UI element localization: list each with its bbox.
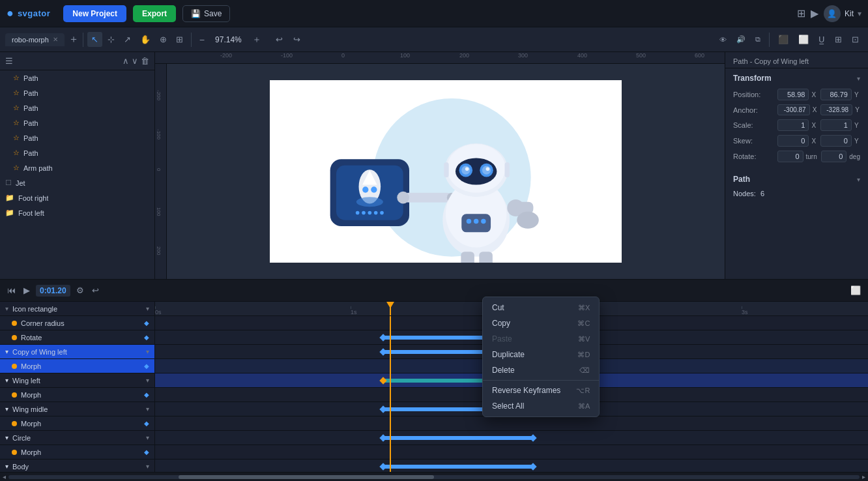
user-menu[interactable]: 👤 Kit ▾ bbox=[824, 5, 861, 22]
track-morph-1[interactable]: Morph ◆ bbox=[0, 359, 154, 373]
tab-close-icon[interactable]: ✕ bbox=[53, 36, 58, 43]
layer-path-3[interactable]: ☆ Path bbox=[0, 100, 154, 115]
node-tool[interactable]: ⊹ bbox=[104, 32, 119, 47]
tick-3s: 3s bbox=[742, 309, 748, 315]
diamond-rotate[interactable]: ◆ bbox=[144, 334, 149, 341]
sound-icon[interactable]: 🔊 bbox=[732, 33, 749, 46]
track-corner-radius[interactable]: Corner radius ◆ bbox=[0, 316, 154, 330]
ctx-select-all[interactable]: Select All ⌘A bbox=[483, 398, 599, 414]
panel-header: ☰ ∧ ∨ 🗑 bbox=[0, 52, 154, 70]
transform-icon[interactable]: ⊡ bbox=[848, 32, 863, 47]
tab-robo-morph[interactable]: robo-morph ✕ bbox=[5, 33, 65, 46]
new-project-button[interactable]: New Project bbox=[63, 5, 126, 22]
play-icon[interactable]: ▶ bbox=[811, 7, 818, 20]
rotate-deg-val[interactable]: 0 bbox=[821, 151, 847, 162]
svg-point-11 bbox=[374, 211, 378, 215]
track-morph-4[interactable]: Morph ◆ bbox=[0, 445, 154, 459]
align-center-icon[interactable]: ⬜ bbox=[794, 32, 813, 47]
transform-arrow-icon: ▾ bbox=[857, 75, 860, 82]
scroll-left-button[interactable]: ◂ bbox=[3, 473, 6, 480]
timeline-tracks: ▾ Icon rectangle ▾ Corner radius ◆ Rotat… bbox=[0, 302, 868, 472]
eye-icon[interactable]: 👁 bbox=[716, 33, 731, 46]
h-scrollbar: ◂ ▸ bbox=[0, 472, 868, 481]
layer-path-4[interactable]: ☆ Path bbox=[0, 115, 154, 130]
diamond-morph-1[interactable]: ◆ bbox=[144, 362, 149, 370]
diamond-morph-3[interactable]: ◆ bbox=[144, 420, 149, 427]
scroll-right-button[interactable]: ▸ bbox=[862, 473, 865, 480]
canvas-content[interactable] bbox=[167, 64, 725, 279]
layer-path-1[interactable]: ☆ Path bbox=[0, 70, 154, 85]
track-label-morph-4: Morph bbox=[21, 448, 41, 456]
timeline-render-button[interactable]: ⬜ bbox=[848, 284, 863, 297]
redo-button[interactable]: ↪ bbox=[289, 32, 304, 47]
scale-y-value[interactable]: 1 bbox=[820, 119, 852, 131]
track-morph-3[interactable]: Morph ◆ bbox=[0, 416, 154, 431]
hand-tool[interactable]: ✋ bbox=[136, 32, 154, 47]
position-x-value[interactable]: 58.98 bbox=[777, 89, 809, 100]
track-wing-middle[interactable]: ▾ Wing midle ▾ bbox=[0, 402, 154, 416]
direct-select-tool[interactable]: ↗ bbox=[120, 32, 135, 47]
ctx-reverse-keyframes[interactable]: Reverse Keyframes ⌥R bbox=[483, 383, 599, 398]
anchor-x-value[interactable]: -300.87 bbox=[777, 104, 810, 115]
track-label-wing-middle: Wing midle bbox=[12, 405, 48, 413]
layer-foot-right[interactable]: 📁 Foot right bbox=[0, 190, 154, 205]
track-morph-2[interactable]: Morph ◆ bbox=[0, 388, 154, 402]
track-rotate[interactable]: Rotate ◆ bbox=[0, 330, 154, 345]
align-left-icon[interactable]: ⬛ bbox=[774, 32, 792, 47]
skew-x-value[interactable]: 0 bbox=[777, 135, 809, 147]
scroll-thumb[interactable] bbox=[179, 475, 434, 479]
ctx-cut[interactable]: Cut ⌘X bbox=[483, 300, 599, 315]
panel-collapse-icon[interactable]: ∧ bbox=[123, 56, 129, 66]
skew-y-value[interactable]: 0 bbox=[820, 135, 852, 147]
scroll-track[interactable] bbox=[8, 475, 860, 479]
undo-button[interactable]: ↩ bbox=[272, 32, 287, 47]
track-circle[interactable]: ▾ Circle ▾ bbox=[0, 431, 154, 445]
scale-x-value[interactable]: 1 bbox=[777, 119, 809, 131]
add-tab-button[interactable]: ＋ bbox=[68, 33, 79, 46]
grid-view-icon[interactable]: ⊞ bbox=[831, 32, 846, 47]
layer-arm-path[interactable]: ☆ Arm path bbox=[0, 160, 154, 175]
time-display[interactable]: 0:01.20 bbox=[36, 285, 70, 297]
rotate-val[interactable]: 0 bbox=[777, 151, 803, 162]
zoom-tool[interactable]: ⊕ bbox=[156, 32, 171, 47]
zoom-in-button[interactable]: ＋ bbox=[248, 33, 265, 47]
path-section-header[interactable]: Path ▾ bbox=[725, 169, 868, 188]
track-copy-wing-left[interactable]: ▾ Copy of Wing left ▾ bbox=[0, 345, 154, 359]
track-body[interactable]: ▾ Body ▾ bbox=[0, 459, 154, 472]
zoom-out-button[interactable]: − bbox=[195, 33, 209, 46]
panel-expand-icon[interactable]: ∨ bbox=[132, 56, 138, 66]
underline-icon[interactable]: U̲ bbox=[815, 32, 829, 47]
layer-path-5[interactable]: ☆ Path bbox=[0, 130, 154, 145]
grid-icon[interactable]: ⊞ bbox=[797, 7, 805, 20]
main-area: ☰ ∧ ∨ 🗑 ☆ Path ☆ Path ☆ Path ☆ Path ☆ Pa… bbox=[0, 52, 868, 279]
scale-y-axis: Y bbox=[854, 122, 860, 129]
panel-menu-icon[interactable]: ☰ bbox=[5, 56, 13, 66]
layer-path-6[interactable]: ☆ Path bbox=[0, 145, 154, 160]
ctx-copy[interactable]: Copy ⌘C bbox=[483, 315, 599, 331]
diamond-corner-radius[interactable]: ◆ bbox=[144, 319, 149, 327]
panel-delete-icon[interactable]: 🗑 bbox=[141, 56, 149, 66]
ctx-duplicate[interactable]: Duplicate ⌘D bbox=[483, 347, 599, 362]
timeline-loop-button[interactable]: ↩ bbox=[90, 284, 101, 297]
save-button[interactable]: 💾 Save bbox=[182, 5, 230, 22]
select-tool[interactable]: ↖ bbox=[87, 32, 102, 47]
position-y-value[interactable]: 86.79 bbox=[820, 89, 852, 100]
layer-foot-left[interactable]: 📁 Foot left bbox=[0, 205, 154, 220]
shape-tool[interactable]: ⊞ bbox=[172, 32, 187, 47]
layer-path-2[interactable]: ☆ Path bbox=[0, 85, 154, 100]
anchor-y-value[interactable]: -328.98 bbox=[820, 104, 853, 115]
timeline-settings-button[interactable]: ⚙ bbox=[74, 284, 86, 297]
diamond-morph-4[interactable]: ◆ bbox=[144, 448, 149, 456]
layer-jet[interactable]: ☐ Jet bbox=[0, 175, 154, 190]
track-wing-left[interactable]: ▾ Wing left ▾ bbox=[0, 373, 154, 388]
export-button[interactable]: Export bbox=[133, 5, 176, 22]
track-icon-rectangle[interactable]: ▾ Icon rectangle ▾ bbox=[0, 302, 154, 316]
layer-icon[interactable]: ⧉ bbox=[751, 33, 764, 46]
ctx-delete[interactable]: Delete ⌫ bbox=[483, 362, 599, 378]
timeline-play-button[interactable]: ▶ bbox=[22, 284, 32, 297]
timeline-first-button[interactable]: ⏮ bbox=[5, 284, 18, 297]
transform-section-header[interactable]: Transform ▾ bbox=[725, 68, 868, 87]
ctx-select-all-shortcut: ⌘A bbox=[578, 402, 590, 411]
diamond-morph-2[interactable]: ◆ bbox=[144, 391, 149, 398]
canvas-area[interactable]: -200 -100 0 100 200 300 400 500 600 700 … bbox=[155, 52, 725, 279]
